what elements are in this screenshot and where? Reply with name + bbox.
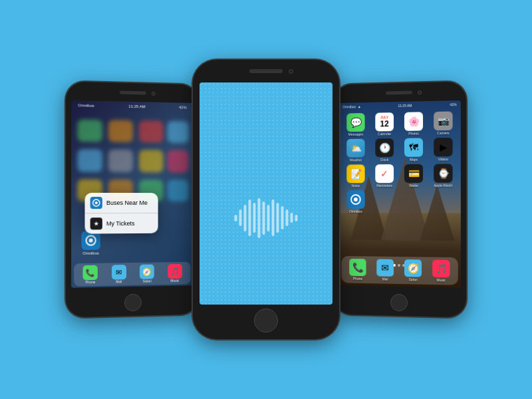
app-icon-reminders: ✓ xyxy=(375,164,394,183)
battery-left: 42% xyxy=(179,105,187,109)
time-left: 11:25 AM xyxy=(128,104,145,109)
app-icon-photos: 🌸 xyxy=(404,112,423,131)
app-label-omnibus-right: Omnibus xyxy=(349,209,362,213)
camera-left xyxy=(152,92,156,96)
phones-container: Omnibus 11:25 AM 42% Omnibus xyxy=(66,60,466,339)
dock-label-phone: Phone xyxy=(353,277,362,281)
app-label-weather: Weather xyxy=(350,158,362,162)
ios-dock-right: 📞 Phone ✉ Mail 🧭 Safari 🎵 Music xyxy=(341,256,458,285)
dot-pattern xyxy=(200,82,332,305)
app-icon-notes: 📝 xyxy=(346,164,364,183)
speaker-right xyxy=(386,91,412,95)
app-wallet[interactable]: 💳 Wallet xyxy=(400,164,427,188)
app-apple-watch[interactable]: ⌚ Apple Watch xyxy=(430,164,457,188)
app-icon-clock: 🕐 xyxy=(375,138,394,157)
app-label-clock: Clock xyxy=(380,158,388,162)
status-right-right: 42% xyxy=(450,102,457,106)
dock-icon-phone: 📞 xyxy=(349,259,366,276)
app-calendar[interactable]: JULY 12 Calendar xyxy=(371,112,398,136)
menu-label-buses: Buses Near Me xyxy=(106,200,148,206)
camera-right xyxy=(418,90,422,94)
dock-label-music: Music xyxy=(437,278,446,282)
screen-right: Omnibus ▲ 11:25 AM 42% 💬 Messages xyxy=(339,100,461,288)
svg-point-5 xyxy=(354,198,358,201)
omnibus-label-left: Omnibus xyxy=(79,251,102,255)
app-label-notes: Notes xyxy=(351,184,360,188)
home-btn-center[interactable] xyxy=(254,309,278,332)
svg-point-3 xyxy=(95,201,98,204)
app-clock[interactable]: 🕐 Clock xyxy=(371,138,398,162)
waveform xyxy=(235,198,298,238)
app-omnibus-right[interactable]: Omnibus xyxy=(342,190,368,213)
app-icon-omnibus-right xyxy=(346,190,364,209)
app-label-camera: Camera xyxy=(437,131,449,135)
app-photos[interactable]: 🌸 Photos xyxy=(400,112,427,136)
wifi-icon-right: ▲ xyxy=(358,104,361,108)
menu-icon-tickets: ★ xyxy=(90,217,102,229)
phone-left: Omnibus 11:25 AM 42% Omnibus xyxy=(66,81,198,317)
carrier-right: Omnibus xyxy=(342,104,356,108)
dock-phone-left[interactable]: 📞 Phone xyxy=(83,265,98,285)
menu-label-tickets: My Tickets xyxy=(106,220,135,227)
phone-center xyxy=(193,60,339,339)
blurred-homescreen: Omnibus 11:25 AM 42% Omnibus xyxy=(71,100,193,288)
app-label-videos: Videos xyxy=(438,157,448,161)
app-videos[interactable]: ▶ Videos xyxy=(430,138,457,162)
app-icon-camera: 📷 xyxy=(434,111,452,130)
app-label-photos: Photos xyxy=(408,132,419,136)
app-icon-calendar: JULY 12 xyxy=(375,112,394,131)
speaker-center xyxy=(249,69,283,73)
app-reminders[interactable]: ✓ Reminders xyxy=(371,164,398,188)
app-messages[interactable]: 💬 Messages xyxy=(342,113,368,136)
app-maps[interactable]: 🗺 Maps xyxy=(400,138,427,162)
dock-mail-right[interactable]: ✉ Mail xyxy=(376,259,394,281)
app-label-messages: Messages xyxy=(348,132,363,136)
app-label-reminders: Reminders xyxy=(376,184,392,188)
dock-music-left[interactable]: 🎵 Music xyxy=(168,264,182,283)
app-label-apple-watch: Apple Watch xyxy=(434,184,453,188)
carrier-left: Omnibus xyxy=(78,103,94,108)
status-left-right: Omnibus ▲ xyxy=(342,104,360,108)
menu-item-tickets[interactable]: ★ My Tickets xyxy=(85,213,158,234)
dock-safari-right[interactable]: 🧭 Safari xyxy=(404,259,422,282)
ios-homescreen: Omnibus ▲ 11:25 AM 42% 💬 Messages xyxy=(339,100,461,288)
app-label-wallet: Wallet xyxy=(409,184,418,188)
dock-icon-mail: ✉ xyxy=(376,259,394,277)
svg-point-1 xyxy=(89,239,93,243)
dock-icon-music: 🎵 xyxy=(432,260,450,278)
home-btn-left[interactable] xyxy=(124,294,142,312)
dock-label-safari: Safari xyxy=(408,277,417,281)
app-icon-videos: ▶ xyxy=(434,138,452,157)
dock-music-right[interactable]: 🎵 Music xyxy=(432,260,450,283)
menu-icon-omnibus xyxy=(90,197,102,209)
home-btn-right[interactable] xyxy=(390,294,408,312)
time-right: 11:25 AM xyxy=(398,104,412,108)
dock-safari-left[interactable]: 🧭 Safari xyxy=(140,265,154,283)
screen-left: Omnibus 11:25 AM 42% Omnibus xyxy=(71,100,193,288)
app-icon-wallet: 💳 xyxy=(404,164,423,183)
app-icon-maps: 🗺 xyxy=(404,138,423,157)
dock-phone-right[interactable]: 📞 Phone xyxy=(349,259,366,281)
speaker-left xyxy=(120,91,146,95)
battery-right: 42% xyxy=(450,102,457,106)
app-weather[interactable]: ⛅ Weather xyxy=(342,139,368,162)
app-icon-messages: 💬 xyxy=(346,113,364,132)
omnibus-icon-left[interactable]: Omnibus xyxy=(79,231,102,255)
app-label-calendar: Calendar xyxy=(378,132,391,136)
camera-center xyxy=(289,69,293,74)
app-camera[interactable]: 📷 Camera xyxy=(430,111,457,135)
center-content xyxy=(200,82,332,305)
omnibus-app-icon-left[interactable] xyxy=(81,231,100,250)
phone-right: Omnibus ▲ 11:25 AM 42% 💬 Messages xyxy=(334,81,466,317)
dock-label-mail: Mail xyxy=(382,277,388,281)
dock-mail-left[interactable]: ✉ Mail xyxy=(112,265,126,283)
dock-left: 📞 Phone ✉ Mail 🧭 Safari 🎵 Music xyxy=(74,262,190,287)
context-menu: Buses Near Me ★ My Tickets xyxy=(85,193,158,234)
dock-icon-safari: 🧭 xyxy=(404,259,422,277)
screen-center xyxy=(200,82,332,305)
menu-item-buses[interactable]: Buses Near Me xyxy=(85,193,158,213)
app-notes[interactable]: 📝 Notes xyxy=(342,164,368,188)
ios-app-grid: 💬 Messages JULY 12 Calendar 🌸 Photos xyxy=(341,110,458,215)
app-label-maps: Maps xyxy=(410,158,418,162)
app-icon-weather: ⛅ xyxy=(346,139,364,158)
